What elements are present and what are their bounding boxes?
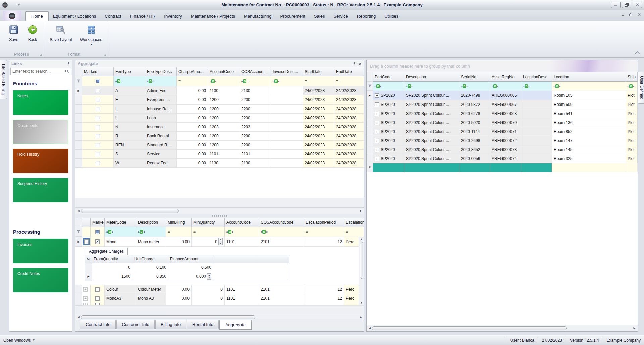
cell-location[interactable]: Room 609	[552, 100, 626, 109]
detail-tab-aggregate-charges[interactable]: Aggregate Charges	[85, 248, 128, 255]
checkbox-filter-icon[interactable]	[95, 230, 100, 234]
cell-cos[interactable]: 2130	[239, 159, 271, 168]
cell-marked[interactable]	[91, 285, 105, 294]
filter-cell-description[interactable]: aBc	[136, 227, 166, 237]
cell-escalationperiod[interactable]: 12	[304, 237, 344, 247]
restore-icon[interactable]	[629, 13, 633, 16]
ribbon-tab-contract[interactable]: Contract	[100, 11, 125, 21]
open-windows-button[interactable]: Open Windows	[3, 338, 31, 343]
checkbox-icon[interactable]	[96, 152, 100, 156]
tab-aggregate[interactable]: Aggregate	[219, 320, 252, 330]
scroll-right-icon[interactable]: ▶	[359, 209, 363, 212]
cell-part[interactable]: +SP2020	[373, 100, 404, 109]
cell-start[interactable]: 24/02/2023	[303, 95, 334, 105]
cell-description[interactable]: Colour Meter	[136, 285, 166, 294]
column-header-partcode[interactable]: PartCode	[373, 72, 404, 82]
cell-location[interactable]: Room 136	[552, 118, 626, 127]
grid-row[interactable]: ▶AAdmin Fee0.001130213024/02/202324/02/2…	[75, 86, 364, 95]
cell-fee-type[interactable]: N	[114, 123, 145, 132]
cell-fee-type[interactable]: E	[114, 95, 145, 105]
cell-location[interactable]: Room 852	[552, 127, 626, 136]
grid-row[interactable]: IInhouse Re...0.001200220024/02/202324/0…	[75, 105, 364, 114]
cell-serial[interactable]: 2020-9872	[459, 100, 490, 109]
filter-cell-cosaccountcode[interactable]: aBc	[259, 227, 304, 237]
cell-minquantity[interactable]: 0▲▼	[192, 237, 225, 247]
cell-marked[interactable]	[82, 86, 114, 95]
filter-cell-ship[interactable]: aBc	[626, 82, 638, 91]
checkbox-icon[interactable]	[95, 296, 100, 301]
column-header-chargeamo[interactable]: ChargeAmo...	[177, 67, 208, 76]
cell-start[interactable]: 24/02/2023	[303, 114, 334, 123]
cell-fromquantity[interactable]: 1500	[92, 272, 132, 281]
ribbon-tab-procurement[interactable]: Procurement	[276, 11, 309, 21]
cell-location[interactable]	[552, 163, 626, 172]
cell-unitcharge[interactable]: 0.850	[132, 272, 168, 281]
filter-cell-escalationperiod[interactable]: =	[304, 227, 344, 237]
cell-end[interactable]: 24/02/2028	[334, 86, 364, 95]
scroll-left-icon[interactable]: ◀	[76, 316, 81, 319]
checkbox-filter-icon[interactable]	[96, 79, 100, 83]
cell-charge[interactable]: 0.00	[177, 150, 208, 159]
cell-asset[interactable]: AREG000065	[490, 91, 521, 100]
expand-cell[interactable]: +	[82, 294, 91, 303]
cell-loc-desc[interactable]	[521, 118, 552, 127]
checkbox-icon[interactable]	[96, 143, 100, 147]
filter-cell-cosaccount[interactable]: aBc	[239, 76, 271, 86]
scroll-left-icon[interactable]: ◀	[76, 209, 81, 212]
tab-billing-info[interactable]: Billing Info	[155, 320, 186, 329]
checkbox-icon[interactable]	[96, 116, 100, 120]
cell-fee-type[interactable]: S	[114, 150, 145, 159]
cell-cos[interactable]: 2200	[239, 141, 271, 150]
cell-loc-desc[interactable]	[521, 145, 552, 154]
tab-user-defined[interactable]: User Defined	[638, 72, 644, 104]
column-header-unitcharge[interactable]: UnitCharge	[132, 255, 168, 263]
column-header-marked[interactable]: Marked	[91, 218, 105, 227]
column-header-financeamount[interactable]: FinanceAmount	[168, 255, 213, 263]
expand-icon[interactable]: +	[375, 121, 379, 125]
expand-icon[interactable]: +	[375, 112, 379, 116]
cell-loc-desc[interactable]	[521, 154, 552, 163]
cell-part[interactable]: +SP2020	[373, 136, 404, 145]
cell-serial[interactable]: 2020-5020	[459, 118, 490, 127]
cell-part[interactable]: +SP2020	[373, 109, 404, 118]
fee-grid-hscrollbar[interactable]: ◀ ▶	[75, 208, 364, 214]
link-button-suspend-history[interactable]: Suspend History	[13, 178, 68, 202]
cell-marked[interactable]	[82, 141, 114, 150]
checkbox-icon[interactable]	[96, 107, 100, 111]
cell-ship[interactable]: Plot	[626, 127, 638, 136]
cell-metercode[interactable]: Colour	[105, 285, 136, 294]
cell-ship[interactable]: Plot	[626, 145, 638, 154]
cell-cos[interactable]: 2200	[239, 132, 271, 141]
cell-start[interactable]: 24/02/2023	[303, 86, 334, 95]
column-header-metercode[interactable]: MeterCode	[105, 218, 136, 227]
cell-desc[interactable]: SP2020 Sprint Colour ...	[404, 127, 459, 136]
cell-serial[interactable]: 2020-8652	[459, 145, 490, 154]
cell-serial[interactable]: 2020-7498	[459, 91, 490, 100]
cell-start[interactable]: 24/02/2023	[303, 141, 334, 150]
cell-part[interactable]: +SP2020	[373, 118, 404, 127]
cell-desc[interactable]: SP2020 Sprint Colour ...	[404, 145, 459, 154]
cell-start[interactable]: 24/02/2023	[303, 105, 334, 114]
application-button[interactable]	[3, 11, 21, 21]
grid-row[interactable]: +SP2020SP2020 Sprint Colour ...2020-8652…	[367, 145, 638, 154]
column-header-escalation[interactable]: Escalation	[344, 218, 364, 227]
column-header-accountcode[interactable]: AccountCode	[208, 67, 239, 76]
cell-serial[interactable]: 2020-0056	[459, 154, 490, 163]
cell-part[interactable]: +SP2020	[373, 145, 404, 154]
filter-cell-description[interactable]: aBc	[404, 82, 459, 91]
filter-cell-marked[interactable]	[91, 227, 105, 237]
grid-row[interactable]: +SP2020SP2020 Sprint Colour ...2020-1144…	[367, 127, 638, 136]
cell-desc[interactable]: SP2020 Sprint Colour ...	[404, 91, 459, 100]
link-button-invoices[interactable]: Invoices	[13, 239, 68, 263]
cell-metercode[interactable]: Mono	[105, 237, 136, 247]
filter-cell-minquantity[interactable]: =	[192, 227, 225, 237]
cell-end[interactable]: 24/02/2028	[334, 141, 364, 150]
cell-accountcode[interactable]: 1101	[225, 237, 259, 247]
cell-asset[interactable]: AREG000072	[490, 136, 521, 145]
expand-icon[interactable]: +	[375, 148, 379, 152]
cell-fee-type[interactable]: REN	[114, 141, 145, 150]
cell-description[interactable]: Mono meter	[136, 237, 166, 247]
cell-accountcode[interactable]: 1101	[225, 294, 259, 303]
cell-account[interactable]: 1203	[208, 123, 239, 132]
cell-invoice[interactable]	[271, 159, 303, 168]
